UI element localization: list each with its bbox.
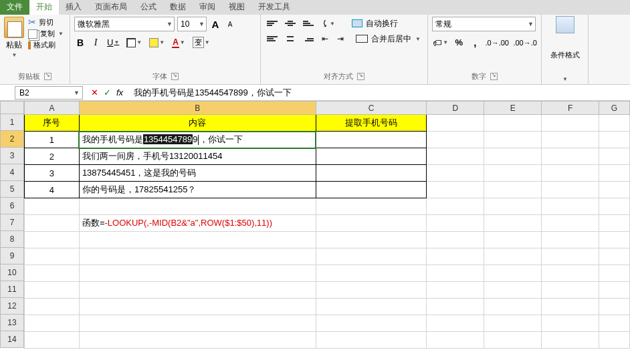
align-right-button[interactable] bbox=[301, 33, 316, 45]
col-header[interactable]: B bbox=[79, 102, 316, 115]
cell[interactable] bbox=[599, 232, 630, 248]
comma-button[interactable]: , bbox=[469, 35, 481, 49]
cell[interactable] bbox=[25, 198, 80, 215]
tab-formulas[interactable]: 公式 bbox=[134, 0, 163, 15]
align-center-button[interactable] bbox=[283, 33, 298, 45]
align-bottom-button[interactable] bbox=[301, 17, 316, 29]
cell[interactable] bbox=[25, 215, 80, 232]
align-top-button[interactable] bbox=[265, 17, 280, 29]
cell[interactable] bbox=[542, 265, 599, 282]
cell[interactable] bbox=[484, 198, 542, 215]
cell[interactable] bbox=[316, 248, 427, 265]
decrease-font-button[interactable]: A bbox=[224, 18, 236, 30]
bold-button[interactable]: B bbox=[74, 36, 86, 49]
row-header[interactable]: 14 bbox=[0, 331, 24, 348]
increase-indent-button[interactable]: ⇥ bbox=[334, 33, 346, 45]
cell[interactable] bbox=[427, 165, 484, 182]
cell[interactable] bbox=[542, 215, 599, 232]
formula-input[interactable]: 我的手机号码是13544547899，你试一下 bbox=[128, 87, 630, 99]
cell[interactable] bbox=[316, 265, 427, 282]
cell[interactable] bbox=[427, 215, 484, 232]
cell[interactable] bbox=[79, 282, 316, 299]
format-painter-button[interactable]: 格式刷 bbox=[28, 40, 64, 50]
cell[interactable] bbox=[427, 248, 484, 265]
cell[interactable] bbox=[316, 165, 427, 182]
cell[interactable] bbox=[484, 282, 542, 299]
cell[interactable] bbox=[599, 315, 630, 332]
cell[interactable] bbox=[25, 315, 80, 332]
cell[interactable] bbox=[599, 148, 630, 165]
italic-button[interactable]: I bbox=[90, 36, 102, 49]
tab-review[interactable]: 审阅 bbox=[193, 0, 222, 15]
tab-data[interactable]: 数据 bbox=[163, 0, 193, 15]
cell[interactable] bbox=[25, 332, 80, 349]
cell[interactable] bbox=[484, 148, 542, 165]
cell[interactable] bbox=[542, 248, 599, 265]
cell[interactable]: 2 bbox=[25, 148, 80, 165]
cell[interactable]: 4 bbox=[25, 182, 80, 198]
cell[interactable] bbox=[599, 299, 630, 315]
cell[interactable] bbox=[599, 265, 630, 282]
cell[interactable] bbox=[79, 232, 316, 248]
cell[interactable] bbox=[79, 315, 316, 332]
col-header[interactable]: C bbox=[316, 102, 427, 115]
cell[interactable] bbox=[25, 265, 80, 282]
cell[interactable] bbox=[484, 299, 542, 315]
dialog-launcher-icon[interactable] bbox=[44, 73, 51, 80]
select-all-corner[interactable] bbox=[0, 101, 24, 114]
cell[interactable] bbox=[316, 182, 427, 198]
cell[interactable] bbox=[316, 282, 427, 299]
confirm-edit-button[interactable]: ✓ bbox=[104, 87, 111, 98]
tab-home[interactable]: 开始 bbox=[29, 0, 59, 15]
cell[interactable] bbox=[542, 232, 599, 248]
cell[interactable] bbox=[599, 115, 630, 132]
cell[interactable] bbox=[79, 265, 316, 282]
phonetic-button[interactable]: 变▼ bbox=[191, 35, 212, 49]
name-box[interactable]: B2▼ bbox=[15, 86, 83, 100]
cell[interactable] bbox=[542, 198, 599, 215]
orientation-button[interactable]: ⤹▼ bbox=[319, 17, 337, 30]
dialog-launcher-icon[interactable] bbox=[171, 73, 179, 80]
row-header[interactable]: 1 bbox=[0, 114, 24, 131]
row-header[interactable]: 8 bbox=[0, 231, 24, 248]
row-header[interactable]: 6 bbox=[0, 198, 24, 214]
underline-button[interactable]: U▼ bbox=[105, 36, 121, 49]
cell[interactable] bbox=[427, 132, 484, 148]
cell[interactable] bbox=[79, 198, 316, 215]
cell[interactable] bbox=[316, 332, 427, 349]
row-header[interactable]: 7 bbox=[0, 214, 24, 231]
cell[interactable] bbox=[542, 115, 599, 132]
cell[interactable] bbox=[25, 232, 80, 248]
align-left-button[interactable] bbox=[265, 33, 280, 45]
cell[interactable] bbox=[542, 132, 599, 148]
cell[interactable]: 函数=-LOOKUP(,-MID(B2&"a",ROW($1:$50),11)) bbox=[79, 215, 316, 232]
cell[interactable] bbox=[484, 232, 542, 248]
cell[interactable]: 你的号码是，17825541255？ bbox=[79, 182, 316, 198]
cell[interactable] bbox=[599, 248, 630, 265]
cell[interactable] bbox=[542, 182, 599, 198]
merge-center-button[interactable]: 合并后居中 bbox=[371, 33, 411, 45]
tab-view[interactable]: 视图 bbox=[222, 0, 251, 15]
cell[interactable] bbox=[542, 282, 599, 299]
tab-insert[interactable]: 插入 bbox=[59, 0, 88, 15]
row-header[interactable]: 5 bbox=[0, 181, 24, 198]
tab-file[interactable]: 文件 bbox=[0, 0, 29, 15]
cell[interactable] bbox=[79, 248, 316, 265]
cell[interactable] bbox=[484, 132, 542, 148]
col-header[interactable]: F bbox=[542, 102, 599, 115]
cell[interactable] bbox=[427, 299, 484, 315]
font-color-button[interactable]: A▼ bbox=[170, 36, 187, 49]
cell[interactable] bbox=[542, 332, 599, 349]
cell[interactable] bbox=[484, 332, 542, 349]
cell[interactable] bbox=[25, 299, 80, 315]
row-header[interactable]: 3 bbox=[0, 148, 24, 164]
dialog-launcher-icon[interactable] bbox=[490, 73, 498, 80]
cell[interactable] bbox=[599, 182, 630, 198]
spreadsheet-grid[interactable]: A B C D E F G 序号 内容 提取手机号码 1 我的手机号码是1354… bbox=[24, 101, 630, 349]
cell[interactable]: 我们两一间房，手机号13120011454 bbox=[79, 148, 316, 165]
tab-dev[interactable]: 开发工具 bbox=[251, 0, 297, 15]
cell[interactable] bbox=[599, 132, 630, 148]
cell[interactable]: 3 bbox=[25, 165, 80, 182]
cell[interactable] bbox=[599, 165, 630, 182]
col-header[interactable]: E bbox=[484, 102, 542, 115]
